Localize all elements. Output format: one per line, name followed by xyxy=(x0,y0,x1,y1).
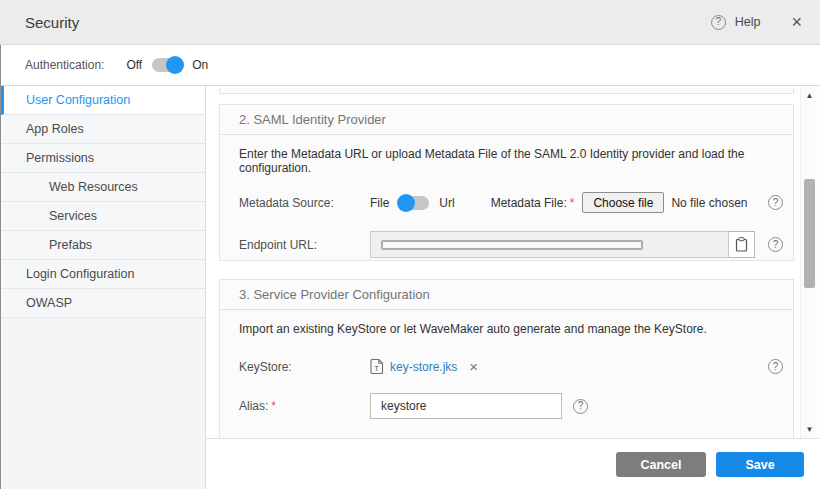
copy-button[interactable] xyxy=(729,231,755,258)
cancel-button[interactable]: Cancel xyxy=(616,452,706,477)
sp-section-title: 3. Service Provider Configuration xyxy=(220,280,793,310)
alias-row: Alias:* ? xyxy=(220,393,793,419)
sidebar-item-web-resources[interactable]: Web Resources xyxy=(1,173,205,202)
service-provider-configuration-panel: 3. Service Provider Configuration Import… xyxy=(219,279,794,438)
text-file-icon: T xyxy=(370,358,384,375)
alias-input[interactable] xyxy=(370,393,562,419)
metadata-file-label: Metadata File:* xyxy=(491,196,575,210)
endpoint-url-input[interactable] xyxy=(370,231,729,258)
authentication-row: Authentication: Off On xyxy=(1,45,820,85)
help-icon[interactable]: ? xyxy=(711,15,726,30)
metadata-source-file-option: File xyxy=(370,196,389,210)
metadata-source-row: Metadata Source: File Url Metadata File:… xyxy=(220,192,793,213)
sidebar-item-login-configuration[interactable]: Login Configuration xyxy=(1,260,205,289)
svg-text:T: T xyxy=(374,364,379,373)
file-chosen-status: No file chosen xyxy=(671,196,747,210)
sidebar: User Configuration App Roles Permissions… xyxy=(1,86,206,489)
authentication-label: Authentication: xyxy=(25,58,104,72)
metadata-help-icon[interactable]: ? xyxy=(768,195,783,210)
auth-on-label: On xyxy=(192,58,208,72)
sidebar-item-owasp[interactable]: OWASP xyxy=(1,289,205,318)
dialog-header: Security ? Help × xyxy=(0,0,820,45)
sidebar-item-app-roles[interactable]: App Roles xyxy=(1,115,205,144)
sidebar-item-prefabs[interactable]: Prefabs xyxy=(1,231,205,260)
endpoint-url-row: Endpoint URL: ? xyxy=(220,231,793,258)
close-icon[interactable]: × xyxy=(791,13,802,31)
endpoint-help-icon[interactable]: ? xyxy=(768,237,783,252)
content-area: 2. SAML Identity Provider Enter the Meta… xyxy=(206,86,820,489)
sidebar-item-permissions[interactable]: Permissions xyxy=(1,144,205,173)
toggle-knob xyxy=(166,56,184,74)
authentication-toggle[interactable] xyxy=(152,58,182,72)
keystore-label: KeyStore: xyxy=(239,360,370,374)
dialog-footer: Cancel Save xyxy=(206,438,820,489)
sidebar-item-user-configuration[interactable]: User Configuration xyxy=(1,86,205,115)
metadata-file-label-text: Metadata File: xyxy=(491,196,567,210)
page-title: Security xyxy=(25,14,79,31)
keystore-file-link[interactable]: key-store.jks xyxy=(390,360,457,374)
help-link[interactable]: Help xyxy=(735,15,761,29)
scroll-viewport: 2. SAML Identity Provider Enter the Meta… xyxy=(206,86,820,438)
alias-label: Alias:* xyxy=(239,399,370,413)
remove-keystore-icon[interactable]: × xyxy=(469,359,478,374)
vertical-scrollbar: ▲ ▼ xyxy=(800,86,817,438)
sidebar-item-services[interactable]: Services xyxy=(1,202,205,231)
redacted-url-bar xyxy=(381,240,643,250)
security-dialog: Security ? Help × Authentication: Off On… xyxy=(0,0,820,489)
scroll-down-arrow-icon[interactable]: ▼ xyxy=(801,422,818,436)
alias-label-text: Alias: xyxy=(239,399,268,413)
choose-file-button[interactable]: Choose file xyxy=(582,192,664,213)
clipboard-icon xyxy=(735,237,748,252)
metadata-source-toggle[interactable] xyxy=(399,196,429,210)
save-button[interactable]: Save xyxy=(716,452,804,477)
required-asterisk: * xyxy=(271,399,276,413)
alias-help-icon[interactable]: ? xyxy=(573,399,588,414)
saml-identity-provider-panel: 2. SAML Identity Provider Enter the Meta… xyxy=(219,104,794,261)
auth-off-label: Off xyxy=(126,58,142,72)
toggle-knob xyxy=(397,194,415,212)
keystore-row: KeyStore: T key-store.jks × ? xyxy=(220,358,793,375)
sp-section-description: Import an existing KeyStore or let WaveM… xyxy=(239,322,774,336)
metadata-source-label: Metadata Source: xyxy=(239,196,370,210)
required-asterisk: * xyxy=(570,196,575,210)
scroll-up-arrow-icon[interactable]: ▲ xyxy=(801,88,818,102)
metadata-source-url-option: Url xyxy=(439,196,454,210)
keystore-help-icon[interactable]: ? xyxy=(768,359,783,374)
previous-section-edge xyxy=(219,88,794,94)
saml-section-description: Enter the Metadata URL or upload Metadat… xyxy=(239,147,774,175)
scrollbar-thumb[interactable] xyxy=(804,179,815,288)
endpoint-url-label: Endpoint URL: xyxy=(239,238,370,252)
saml-section-title: 2. SAML Identity Provider xyxy=(220,105,793,135)
